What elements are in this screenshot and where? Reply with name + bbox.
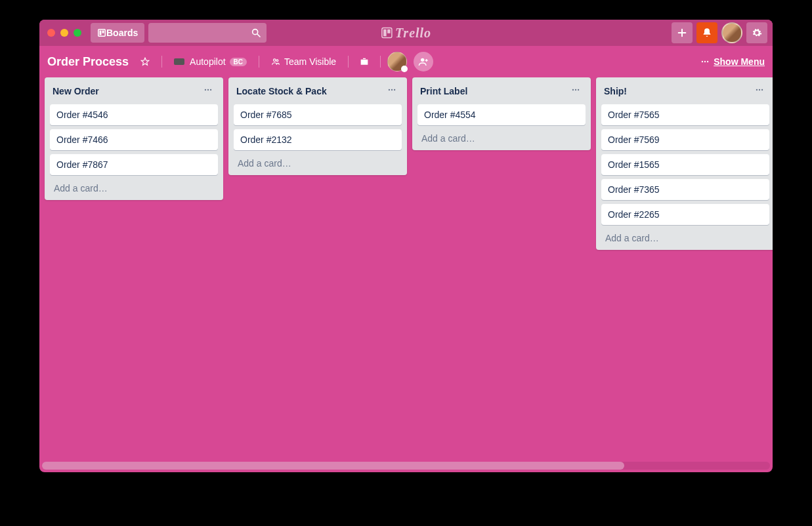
plus-icon: [677, 28, 687, 38]
svg-rect-2: [102, 31, 104, 33]
boards-button[interactable]: Boards: [91, 23, 144, 43]
trello-icon: [381, 27, 393, 39]
list: Ship!Order #7565Order #7569Order #1565Or…: [596, 77, 773, 250]
search-input[interactable]: [148, 23, 267, 43]
user-avatar[interactable]: [721, 22, 742, 43]
card[interactable]: Order #4546: [50, 104, 218, 125]
board-header: Order Process Autopilot BC Team Visible …: [39, 46, 773, 77]
add-card-button[interactable]: Add a card…: [601, 229, 769, 245]
separator: [380, 56, 381, 68]
ellipsis-icon: [203, 85, 213, 94]
list-header: Ship!: [601, 83, 769, 100]
bell-icon: [702, 28, 712, 38]
svg-point-22: [578, 89, 579, 91]
team-name: Autopilot: [190, 56, 225, 67]
list-menu-button[interactable]: [752, 84, 767, 98]
board-title[interactable]: Order Process: [47, 55, 129, 69]
list-title[interactable]: Ship!: [604, 86, 752, 96]
svg-point-15: [207, 89, 209, 91]
svg-point-10: [421, 58, 424, 62]
team-badge: BC: [230, 58, 247, 66]
svg-point-16: [210, 89, 211, 91]
separator: [348, 56, 349, 68]
list-header: Print Label: [417, 83, 586, 100]
list-title[interactable]: Print Label: [420, 86, 568, 96]
svg-point-9: [276, 60, 278, 62]
settings-button[interactable]: [746, 22, 767, 43]
svg-rect-1: [100, 31, 102, 35]
board-icon: [97, 28, 106, 37]
svg-rect-7: [387, 30, 391, 33]
show-menu-label: Show Menu: [714, 56, 765, 67]
list: New OrderOrder #4546Order #7466Order #78…: [45, 77, 223, 200]
notifications-button[interactable]: [696, 22, 717, 43]
list-title[interactable]: New Order: [53, 86, 201, 96]
card[interactable]: Order #4554: [417, 104, 586, 125]
show-menu-button[interactable]: Show Menu: [700, 56, 765, 67]
list-header: New Order: [50, 83, 218, 100]
svg-point-17: [389, 89, 390, 91]
svg-point-21: [575, 89, 576, 91]
search-icon: [251, 28, 261, 38]
scrollbar-thumb[interactable]: [42, 462, 624, 470]
svg-point-12: [704, 61, 706, 62]
star-board-button[interactable]: [135, 54, 155, 69]
board-member-avatar[interactable]: [387, 52, 407, 71]
app-logo: Trello: [381, 26, 431, 41]
add-card-button[interactable]: Add a card…: [50, 179, 218, 195]
board-utils-button[interactable]: [355, 54, 374, 70]
svg-point-11: [702, 61, 703, 62]
list-menu-button[interactable]: [568, 84, 583, 98]
add-card-button[interactable]: Add a card…: [234, 154, 402, 170]
list-menu-button[interactable]: [385, 84, 399, 98]
card[interactable]: Order #1565: [601, 154, 769, 175]
window-close-button[interactable]: [47, 29, 55, 37]
app-window: Boards Trello Order Process: [39, 20, 773, 472]
svg-rect-0: [98, 30, 106, 37]
ellipsis-icon: [387, 85, 396, 94]
svg-point-13: [707, 61, 708, 62]
visibility-label: Team Visible: [284, 56, 336, 67]
horizontal-scrollbar[interactable]: [42, 462, 770, 470]
svg-point-24: [759, 89, 760, 91]
gear-icon: [752, 28, 762, 38]
window-titlebar: Boards Trello: [39, 20, 773, 46]
people-icon: [271, 57, 280, 66]
board-canvas[interactable]: New OrderOrder #4546Order #7466Order #78…: [39, 77, 773, 472]
separator: [161, 56, 162, 68]
create-button[interactable]: [672, 22, 693, 43]
star-icon: [140, 57, 150, 66]
separator: [259, 56, 259, 68]
list-menu-button[interactable]: [201, 84, 215, 98]
card[interactable]: Order #7365: [601, 179, 769, 200]
card[interactable]: Order #7466: [50, 129, 218, 150]
card[interactable]: Order #2265: [601, 204, 769, 225]
card[interactable]: Order #7569: [601, 129, 769, 150]
svg-rect-6: [383, 30, 387, 37]
svg-point-20: [572, 89, 574, 91]
window-minimize-button[interactable]: [60, 29, 68, 37]
card[interactable]: Order #7867: [50, 154, 218, 175]
ellipsis-icon: [755, 85, 764, 94]
svg-point-23: [756, 89, 758, 91]
window-controls: [43, 29, 87, 37]
svg-point-18: [391, 89, 393, 91]
card[interactable]: Order #7565: [601, 104, 769, 125]
add-member-button[interactable]: [414, 52, 433, 71]
svg-point-8: [274, 59, 276, 62]
card[interactable]: Order #7685: [234, 104, 402, 125]
svg-point-19: [394, 89, 395, 91]
app-logo-text: Trello: [395, 26, 431, 41]
list: Locate Stock & PackOrder #7685Order #213…: [228, 77, 407, 175]
boards-label: Boards: [106, 28, 138, 38]
list-title[interactable]: Locate Stock & Pack: [236, 86, 385, 96]
window-zoom-button[interactable]: [74, 29, 81, 37]
card[interactable]: Order #2132: [234, 129, 402, 150]
add-user-icon: [418, 56, 429, 67]
ellipsis-icon: [700, 57, 710, 66]
visibility-button[interactable]: Team Visible: [266, 54, 341, 70]
list: Print LabelOrder #4554Add a card…: [412, 77, 591, 150]
team-button[interactable]: Autopilot BC: [169, 54, 252, 70]
add-card-button[interactable]: Add a card…: [417, 129, 586, 145]
briefcase-icon: [359, 56, 370, 67]
